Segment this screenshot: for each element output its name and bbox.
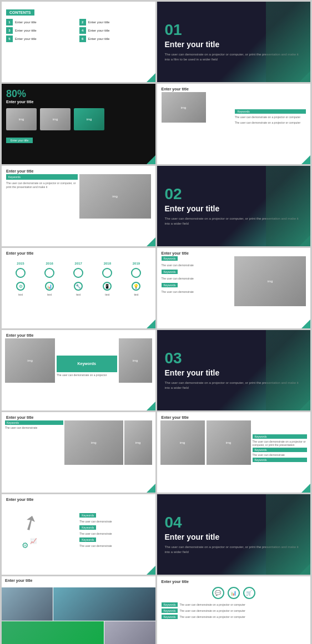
split-area: Keywords The user can demonstrate on a p… [2, 174, 155, 230]
timeline-circle [102, 268, 112, 278]
list-item: 4 Enter your title [79, 27, 151, 34]
slide-title: Enter your title [157, 412, 311, 420]
icon-chart: 📊 [228, 587, 240, 599]
icon-chat: 💬 [212, 587, 224, 599]
corner-br [147, 155, 155, 164]
content-area: img Keywords The user can demonstrate on… [157, 92, 311, 142]
grid-photo-2 [53, 587, 155, 621]
kw-item-3: Keywords [162, 283, 233, 287]
col-3: img [124, 420, 152, 476]
contents-num-4: 4 [79, 27, 86, 34]
kw-1: Keywords [79, 513, 96, 518]
year-label: 2019 [133, 262, 140, 265]
kw-label-2: Keywords [253, 448, 308, 452]
keyword-badge: Keywords [235, 109, 306, 114]
timeline-icon-1: ⚙ [16, 282, 25, 291]
slide-title: Enter your title [157, 248, 311, 256]
timeline-circle [16, 268, 26, 278]
contents-header: CONTENTS [6, 9, 34, 16]
image-row: img img img [6, 108, 151, 130]
contents-label-1: Enter your title [15, 21, 37, 24]
icon-cart: 🛒 [243, 587, 255, 599]
left-photo: img [162, 92, 206, 123]
slide-keywords-3: Enter your title Keywords The user can d… [157, 248, 311, 328]
content-area: img Keywords The user can demonstrate on… [2, 338, 155, 394]
contents-num-1: 1 [6, 19, 13, 26]
timeline-icon-2: 📊 [45, 282, 54, 291]
contents-num-5: 5 [6, 36, 13, 42]
right-kw: Keywords The user can demonstrate on a p… [253, 420, 308, 476]
kw-desc-2: The user can demonstrate [79, 532, 152, 535]
year-label: 2016 [46, 262, 53, 265]
center-box-label: Keywords [57, 356, 117, 372]
timeline-circle [131, 268, 141, 278]
slide-keywords-photo-center: Enter your title img img Keywords The us… [157, 412, 311, 493]
left-content: img [162, 92, 233, 142]
left-photo: img [5, 338, 55, 383]
grid-photo-1 [2, 587, 53, 621]
arrow-graphic: ➚ ⚙ 📈 [22, 511, 61, 550]
kw-label: Keywords [253, 434, 308, 439]
kw-label-1: Keywords [162, 602, 178, 607]
kw-text-2: The user can demonstrate on a projector … [179, 609, 245, 612]
keywords-description-2: The user can demonstrate on a projector … [235, 121, 306, 125]
photo-1: img [6, 108, 37, 130]
left-photo: img [160, 420, 205, 465]
center-box: Keywords The user can demonstrate on a p… [57, 338, 117, 394]
year-label: 2017 [75, 262, 82, 265]
contents-num-3: 3 [6, 27, 13, 34]
kw-desc-1: The user can demonstrate [162, 263, 233, 267]
col-1: Keywords The user can demonstrate [5, 420, 63, 476]
slide-title: Enter your title [2, 494, 155, 503]
right-photo: img [79, 174, 151, 219]
center-desc: The user can demonstrate on a projector [57, 373, 117, 377]
icons-row: 💬 📊 🛒 Keywords The user can demonstrate … [157, 585, 311, 621]
left-col: Keywords The user can demonstrate on a p… [6, 174, 78, 230]
timeline-descriptions: text text text text text [2, 291, 155, 298]
timeline-circle [44, 268, 54, 278]
gear-icon: ⚙ [22, 541, 29, 550]
corner-br [147, 237, 155, 246]
kw-label-2: Keywords [162, 270, 178, 274]
kw-item-1: Keywords [162, 256, 233, 261]
corner-br [301, 320, 310, 328]
slide-grid: CONTENTS 1 Enter your title 2 Enter your… [0, 0, 312, 644]
contents-num-6: 6 [79, 36, 86, 42]
timeline-circle [73, 268, 83, 278]
image-overlay [266, 2, 310, 82]
progress-subtitle: Enter your title [6, 100, 151, 104]
corner-br [147, 320, 155, 328]
right-photo: img [124, 420, 152, 465]
left-col: Keywords The user can demonstrate Keywor… [162, 256, 233, 312]
col-label-1: Keywords [5, 420, 63, 425]
contents-label-2: Enter your title [88, 21, 110, 24]
contents-num-2: 2 [79, 19, 86, 26]
year-label: 2018 [104, 262, 111, 265]
description: The user can demonstrate on a projector … [6, 181, 78, 189]
btn-label: Enter your title [6, 138, 33, 143]
kw-label-1: Keywords [162, 256, 178, 261]
right-photo: img [119, 338, 152, 383]
arrow-icon: ➚ [17, 508, 43, 536]
icon-circles: 💬 📊 🛒 [162, 587, 306, 599]
slide-title: Enter your title [2, 166, 155, 174]
photo-grid [2, 587, 155, 644]
timeline-icon-5: 💡 [132, 282, 140, 291]
kw-desc-3: The user can demonstrate [162, 290, 233, 293]
timeline-icon-4: 📱 [103, 282, 112, 291]
content-area: img img Keywords The user can demonstrat… [157, 420, 311, 476]
timeline-icon-3: 🔧 [74, 282, 83, 291]
chart-icon: 📈 [30, 538, 37, 544]
slide-section-01: 01 Enter your title The user can demonst… [157, 2, 311, 82]
slide-title: Enter your title [2, 412, 155, 420]
slide-icons-kw: Enter your title 💬 📊 🛒 Keywords The user… [157, 576, 311, 644]
contents-label-3: Enter your title [15, 29, 37, 32]
slide-section-04: 04 Enter your title The user can demonst… [157, 494, 311, 575]
kw-col: Keywords The user can demonstrate Keywor… [79, 503, 152, 558]
kw-row-2: Keywords The user can demonstrate on a p… [162, 608, 306, 613]
grid-photo-3 [2, 621, 104, 644]
right-photo: img [234, 256, 306, 306]
year-2018: 2018 [102, 262, 112, 280]
photo-3: img [74, 108, 104, 130]
slide-title: Enter your title [5, 579, 32, 582]
